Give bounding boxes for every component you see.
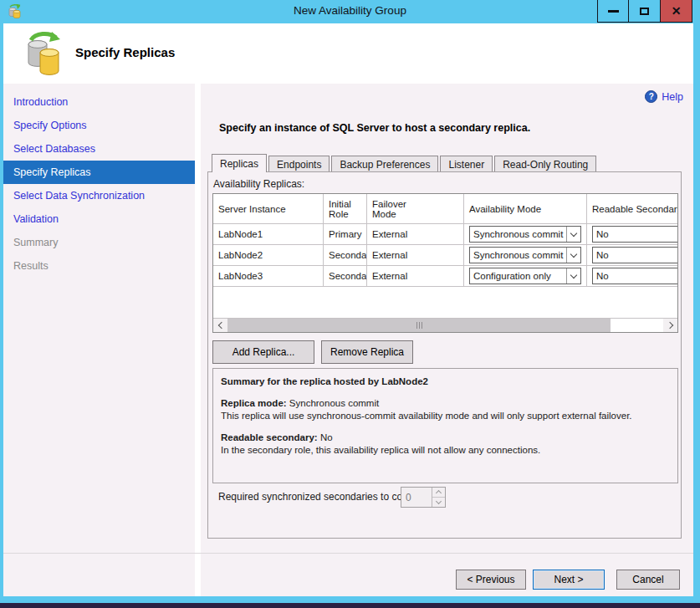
minimize-icon xyxy=(608,10,619,13)
cell-initial-role[interactable]: Primary xyxy=(324,224,367,244)
cell-availability-mode: Synchronous commit xyxy=(464,245,587,265)
scrollbar-grip-icon xyxy=(416,322,417,329)
next-button[interactable]: Next > xyxy=(533,570,605,590)
availability-replicas-grid[interactable]: Server Instance InitialRole FailoverMode… xyxy=(212,193,678,333)
grid-table: Server Instance InitialRole FailoverMode… xyxy=(213,194,678,287)
maximize-icon xyxy=(640,8,649,15)
tab-listener[interactable]: Listener xyxy=(440,156,493,172)
cell-readable-secondary: No xyxy=(587,245,678,265)
chevron-down-icon[interactable] xyxy=(566,268,580,284)
close-icon: ✕ xyxy=(672,5,682,17)
cell-failover-mode[interactable]: External xyxy=(367,266,464,286)
required-secondaries-label: Required synchronized secondaries to com… xyxy=(218,491,424,503)
readable-secondary-dropdown[interactable]: No xyxy=(592,268,678,284)
cell-failover-mode[interactable]: External xyxy=(367,224,464,244)
cell-readable-secondary: No xyxy=(587,266,678,286)
tab-backup-preferences[interactable]: Backup Preferences xyxy=(331,156,438,172)
sidebar-item-summary: Summary xyxy=(3,231,195,254)
column-header-server-instance[interactable]: Server Instance xyxy=(213,194,324,223)
window-controls: ✕ xyxy=(597,0,692,23)
spinner-buttons xyxy=(432,488,445,507)
scrollbar-track[interactable] xyxy=(227,319,663,332)
minimize-button[interactable] xyxy=(597,0,629,23)
chevron-down-icon[interactable] xyxy=(566,227,580,242)
summary-readable-secondary: Readable secondary: No xyxy=(221,432,670,443)
replicas-tab-panel: Availability Replicas: Server Instance I… xyxy=(207,171,682,539)
sidebar-item-specify-options[interactable]: Specify Options xyxy=(3,114,195,137)
sidebar-item-results: Results xyxy=(3,254,195,278)
cell-server-instance[interactable]: LabNode3 xyxy=(213,266,324,286)
new-availability-group-window: New Availability Group ✕ Specify Replica… xyxy=(0,0,700,608)
summary-replica-mode: Replica mode: Synchronous commit xyxy=(221,397,670,409)
spinner-value[interactable]: 0 xyxy=(401,488,432,507)
availability-replicas-label: Availability Replicas: xyxy=(213,178,304,190)
column-header-readable-secondary[interactable]: Readable Secondary xyxy=(587,194,678,223)
close-button[interactable]: ✕ xyxy=(661,0,692,23)
sidebar-item-select-databases[interactable]: Select Databases xyxy=(3,137,195,161)
tab-replicas[interactable]: Replicas xyxy=(212,154,267,172)
chevron-down-icon[interactable] xyxy=(566,248,580,263)
grid-header-row: Server Instance InitialRole FailoverMode… xyxy=(213,194,678,224)
spinner-down-button[interactable] xyxy=(432,498,445,507)
scrollbar-grip-icon xyxy=(419,322,420,329)
column-header-initial-role[interactable]: InitialRole xyxy=(324,194,367,223)
grid-empty-area xyxy=(213,287,677,318)
cell-server-instance[interactable]: LabNode1 xyxy=(213,224,324,244)
summary-title: Summary for the replica hosted by LabNod… xyxy=(221,376,670,387)
readable-secondary-dropdown[interactable]: No xyxy=(592,226,678,243)
readable-secondary-dropdown[interactable]: No xyxy=(592,247,678,263)
chevron-left-icon xyxy=(217,322,224,329)
cancel-button[interactable]: Cancel xyxy=(616,570,680,590)
remove-replica-button[interactable]: Remove Replica xyxy=(321,340,413,364)
instruction-text: Specify an instance of SQL Server to hos… xyxy=(219,122,530,134)
previous-button[interactable]: < Previous xyxy=(456,570,526,590)
cell-initial-role[interactable]: Secondary xyxy=(324,266,367,286)
sidebar-item-validation[interactable]: Validation xyxy=(3,207,195,231)
cell-readable-secondary: No xyxy=(587,224,678,244)
tab-read-only-routing[interactable]: Read-Only Routing xyxy=(494,156,596,172)
column-header-failover-mode[interactable]: FailoverMode xyxy=(367,194,464,223)
wizard-header: Specify Replicas xyxy=(3,23,693,84)
availability-mode-dropdown[interactable]: Synchronous commit xyxy=(469,247,581,263)
window-title: New Availability Group xyxy=(0,4,700,17)
required-secondaries-spinner[interactable]: 0 xyxy=(401,487,446,508)
sidebar-item-select-data-synchronization[interactable]: Select Data Synchronization xyxy=(3,184,195,207)
scroll-right-button[interactable] xyxy=(663,319,677,332)
scrollbar-thumb[interactable] xyxy=(227,319,611,332)
page-title: Specify Replicas xyxy=(75,45,175,59)
tab-strip: Replicas Endpoints Backup Preferences Li… xyxy=(212,154,598,172)
titlebar[interactable]: New Availability Group ✕ xyxy=(0,0,700,23)
help-link[interactable]: ? Help xyxy=(645,90,683,103)
chevron-up-icon xyxy=(436,490,442,496)
chevron-right-icon xyxy=(666,322,672,329)
main-content: ? Help Specify an instance of SQL Server… xyxy=(201,84,693,553)
wizard-body: Introduction Specify Options Select Data… xyxy=(3,84,693,596)
required-secondaries-row: Required synchronized secondaries to com… xyxy=(218,491,424,503)
scroll-left-button[interactable] xyxy=(213,319,227,332)
tab-endpoints[interactable]: Endpoints xyxy=(268,156,330,172)
cell-initial-role[interactable]: Secondary xyxy=(324,245,367,265)
availability-mode-dropdown[interactable]: Synchronous commit xyxy=(469,226,581,243)
availability-mode-dropdown[interactable]: Configuration only xyxy=(469,268,581,284)
column-header-availability-mode[interactable]: Availability Mode xyxy=(464,194,587,223)
summary-replica-mode-desc: This replica will use synchronous-commit… xyxy=(221,410,670,422)
cell-availability-mode: Configuration only xyxy=(464,266,587,286)
horizontal-scrollbar[interactable] xyxy=(213,318,677,332)
maximize-button[interactable] xyxy=(629,0,661,23)
wizard-steps-sidebar: Introduction Specify Options Select Data… xyxy=(3,84,195,596)
table-row[interactable]: LabNode3 Secondary External Configuratio… xyxy=(213,266,678,287)
sidebar-item-introduction[interactable]: Introduction xyxy=(3,90,195,114)
footer-divider xyxy=(3,553,693,554)
help-label: Help xyxy=(662,91,683,103)
help-icon: ? xyxy=(645,90,657,103)
cell-failover-mode[interactable]: External xyxy=(367,245,464,265)
scrollbar-grip-icon xyxy=(422,322,422,329)
chevron-down-icon xyxy=(436,498,442,504)
add-replica-button[interactable]: Add Replica... xyxy=(212,340,314,364)
replica-summary-box: Summary for the replica hosted by LabNod… xyxy=(212,368,678,483)
sidebar-item-specify-replicas[interactable]: Specify Replicas xyxy=(3,161,195,184)
cell-server-instance[interactable]: LabNode2 xyxy=(213,245,324,265)
table-row[interactable]: LabNode2 Secondary External Synchronous … xyxy=(213,245,678,266)
table-row[interactable]: LabNode1 Primary External Synchronous co… xyxy=(213,224,678,245)
spinner-up-button[interactable] xyxy=(432,488,445,498)
